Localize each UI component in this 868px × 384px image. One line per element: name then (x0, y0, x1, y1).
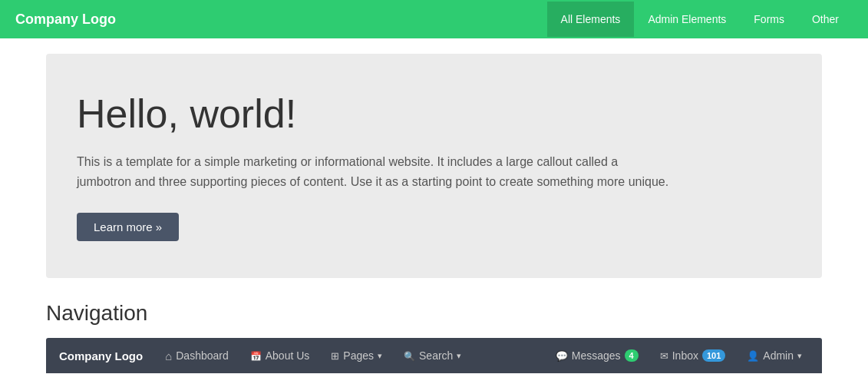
about-label: About Us (266, 349, 310, 362)
bottom-navbar: Company Logo Dashboard About Us Pages Se… (46, 338, 822, 373)
home-icon (165, 349, 172, 362)
bottom-nav-dashboard[interactable]: Dashboard (154, 338, 239, 373)
jumbotron-description: This is a template for a simple marketin… (77, 152, 675, 191)
messages-label: Messages (572, 349, 621, 362)
nav-section-heading: Navigation (46, 301, 822, 326)
nav-link-admin-elements[interactable]: Admin Elements (634, 2, 740, 37)
navigation-section: Navigation Company Logo Dashboard About … (46, 301, 822, 373)
bottom-nav-messages[interactable]: Messages 4 (545, 338, 649, 373)
admin-label: Admin (763, 349, 794, 362)
inbox-icon (660, 349, 668, 362)
search-icon (404, 349, 415, 362)
jumbotron: Hello, world! This is a template for a s… (46, 54, 822, 278)
learn-more-button[interactable]: Learn more » (77, 213, 179, 241)
top-navbar: Company Logo All Elements Admin Elements… (0, 0, 868, 38)
bottom-nav-right: Messages 4 Inbox 101 Admin (545, 338, 813, 373)
nav-link-other[interactable]: Other (798, 2, 853, 37)
inbox-badge: 101 (702, 349, 725, 362)
bottom-nav-about[interactable]: About Us (239, 338, 321, 373)
calendar-icon (250, 349, 262, 362)
pages-icon (331, 349, 339, 362)
bottom-nav-inbox[interactable]: Inbox 101 (649, 338, 737, 373)
inbox-label: Inbox (672, 349, 698, 362)
top-nav-links: All Elements Admin Elements Forms Other (547, 2, 853, 37)
pages-label: Pages (343, 349, 374, 362)
bottom-nav-search[interactable]: Search (393, 338, 472, 373)
nav-link-forms[interactable]: Forms (740, 2, 798, 37)
bottom-brand[interactable]: Company Logo (55, 349, 154, 362)
bottom-nav-admin[interactable]: Admin (736, 338, 813, 373)
messages-badge: 4 (625, 349, 639, 362)
main-content: Hello, world! This is a template for a s… (0, 38, 868, 384)
nav-link-all-elements[interactable]: All Elements (547, 2, 635, 37)
user-icon (747, 349, 759, 362)
jumbotron-heading: Hello, world! (77, 91, 791, 137)
top-brand[interactable]: Company Logo (15, 12, 116, 28)
bottom-nav-pages[interactable]: Pages (320, 338, 393, 373)
search-label: Search (419, 349, 453, 362)
dashboard-label: Dashboard (176, 349, 229, 362)
messages-icon (556, 349, 568, 362)
bottom-nav-left: Company Logo Dashboard About Us Pages Se… (55, 338, 472, 373)
